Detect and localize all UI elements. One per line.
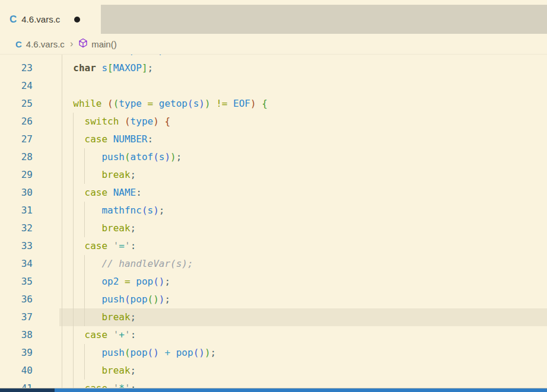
code-line[interactable]: 34 // handleVar(s); xyxy=(0,255,547,273)
indent-guide xyxy=(73,113,74,130)
line-number[interactable]: 27 xyxy=(0,130,33,148)
partial-line-top: double op1, op2; xyxy=(0,55,547,59)
indent-guide xyxy=(62,219,62,237)
line-number[interactable]: 34 xyxy=(0,255,33,273)
line-number[interactable]: 35 xyxy=(0,273,33,291)
code-line[interactable]: 25 while ((type = getop(s)) != EOF) { xyxy=(0,95,547,113)
indent-guide xyxy=(62,273,62,291)
line-number[interactable]: 25 xyxy=(0,95,33,113)
code-line[interactable]: 26 switch (type) { xyxy=(0,113,547,130)
line-number[interactable]: 33 xyxy=(0,237,33,255)
code-line[interactable]: 23 char s[MAXOP]; xyxy=(0,59,547,77)
code-line[interactable]: 24 xyxy=(0,77,547,95)
c-file-icon: C xyxy=(9,14,17,26)
code-line[interactable]: 38 case '+': xyxy=(0,326,547,344)
indent-guide xyxy=(62,380,62,388)
indent-guide xyxy=(73,273,74,291)
line-number[interactable]: 29 xyxy=(0,166,33,184)
indent-guide xyxy=(62,55,62,59)
code-line-text: break; xyxy=(62,308,136,326)
indent-guide xyxy=(73,148,74,166)
code-line-text: double op1, op2; xyxy=(62,55,176,59)
tab-file[interactable]: C 4.6.vars.c xyxy=(0,5,101,34)
line-number[interactable]: 38 xyxy=(0,326,33,344)
tab-label: 4.6.vars.c xyxy=(21,14,60,24)
line-number[interactable]: 39 xyxy=(0,344,33,362)
code-line[interactable]: 37 break; xyxy=(0,308,547,326)
indent-guide xyxy=(73,130,74,148)
indent-guide xyxy=(73,291,74,308)
indent-guide xyxy=(84,166,85,184)
code-editor[interactable]: double op1, op2; 23 char s[MAXOP];2425 w… xyxy=(0,55,547,388)
code-line-text: case '+': xyxy=(62,326,136,344)
code-line-text: push(pop() + pop()); xyxy=(62,344,216,362)
indent-guide xyxy=(62,95,62,113)
code-line[interactable]: 28 push(atof(s)); xyxy=(0,148,547,166)
code-line[interactable]: 32 break; xyxy=(0,219,547,237)
code-line-text: case '*': xyxy=(62,380,136,388)
code-line[interactable]: 29 break; xyxy=(0,166,547,184)
code-line[interactable]: 39 push(pop() + pop()); xyxy=(0,344,547,362)
code-line-text: op2 = pop(); xyxy=(62,273,170,291)
modified-dot-icon[interactable] xyxy=(74,17,80,23)
indent-guide xyxy=(84,362,85,380)
line-number[interactable]: 24 xyxy=(0,77,33,95)
line-number[interactable]: 26 xyxy=(0,113,33,130)
indent-guide xyxy=(84,219,85,237)
code-line-text: case NAME: xyxy=(62,184,142,202)
breadcrumb-symbol[interactable]: main() xyxy=(91,39,117,49)
code-line[interactable]: 36 push(pop()); xyxy=(0,291,547,308)
indent-guide xyxy=(62,166,62,184)
code-line[interactable]: 41 case '*': xyxy=(0,380,547,388)
indent-guide xyxy=(73,362,74,380)
indent-guide xyxy=(62,255,62,273)
indent-guide xyxy=(73,202,74,219)
line-number[interactable]: 23 xyxy=(0,59,33,77)
indent-guide xyxy=(62,59,62,77)
indent-guide xyxy=(62,130,62,148)
indent-guide xyxy=(62,148,62,166)
code-line[interactable]: 40 break; xyxy=(0,362,547,380)
indent-guide xyxy=(62,113,62,130)
code-line-text: switch (type) { xyxy=(62,113,170,130)
code-line[interactable]: double op1, op2; xyxy=(0,55,547,59)
status-bar-blue-segment xyxy=(55,388,547,392)
line-number[interactable]: 28 xyxy=(0,148,33,166)
code-line[interactable]: 35 op2 = pop(); xyxy=(0,273,547,291)
indent-guide xyxy=(84,308,85,326)
code-line[interactable]: 33 case '=': xyxy=(0,237,547,255)
indent-guide xyxy=(84,291,85,308)
indent-guide xyxy=(62,202,62,219)
line-number[interactable]: 32 xyxy=(0,219,33,237)
status-bar-left-segment xyxy=(0,388,55,392)
indent-guide xyxy=(62,77,62,95)
code-line-text: while ((type = getop(s)) != EOF) { xyxy=(62,95,268,113)
indent-guide xyxy=(73,344,74,362)
indent-guide xyxy=(62,326,62,344)
line-number[interactable]: 30 xyxy=(0,184,33,202)
line-number[interactable]: 40 xyxy=(0,362,33,380)
line-number[interactable]: 36 xyxy=(0,291,33,308)
code-line-text: break; xyxy=(62,219,136,237)
indent-guide xyxy=(73,380,74,388)
code-line-text: mathfnc(s); xyxy=(62,202,164,219)
c-file-icon: C xyxy=(15,39,22,49)
indent-guide xyxy=(84,273,85,291)
indent-guide xyxy=(73,308,74,326)
indent-guide xyxy=(62,237,62,255)
code-line[interactable]: 30 case NAME: xyxy=(0,184,547,202)
code-lines: 23 char s[MAXOP];2425 while ((type = get… xyxy=(0,59,547,388)
code-line-text: char s[MAXOP]; xyxy=(62,59,153,77)
code-line-text: break; xyxy=(62,362,136,380)
line-number[interactable]: 31 xyxy=(0,202,33,219)
indent-guide xyxy=(84,255,85,273)
indent-guide xyxy=(62,362,62,380)
line-number[interactable]: 41 xyxy=(0,380,33,388)
code-line-text: push(pop()); xyxy=(62,291,170,308)
indent-guide xyxy=(84,202,85,219)
code-line[interactable]: 27 case NUMBER: xyxy=(0,130,547,148)
line-number[interactable]: 37 xyxy=(0,308,33,326)
indent-guide xyxy=(84,148,85,166)
breadcrumb-file[interactable]: 4.6.vars.c xyxy=(26,39,65,49)
code-line[interactable]: 31 mathfnc(s); xyxy=(0,202,547,219)
